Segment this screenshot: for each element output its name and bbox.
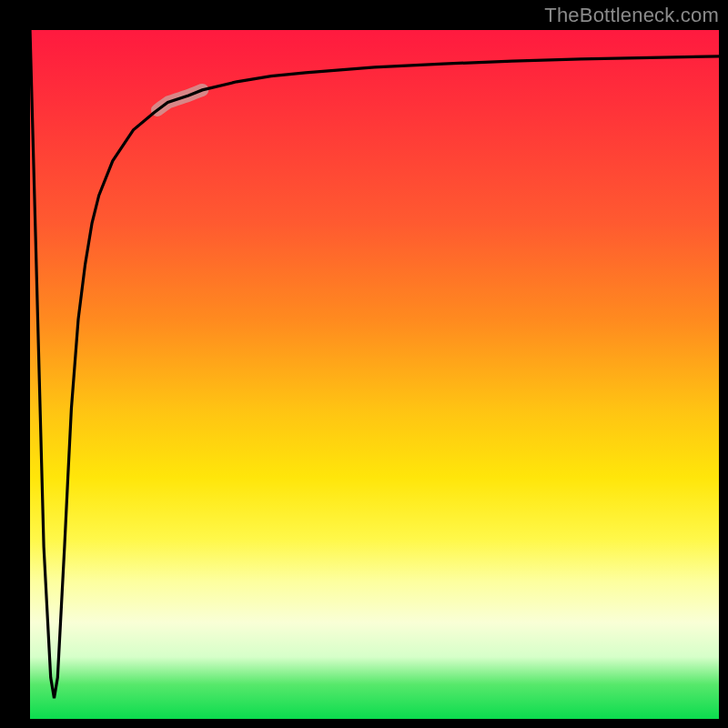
- chart-frame: TheBottleneck.com: [0, 0, 728, 728]
- plot-area: [30, 30, 719, 719]
- curve-layer: [30, 30, 719, 719]
- main-curve: [30, 30, 719, 698]
- watermark-text: TheBottleneck.com: [544, 4, 719, 27]
